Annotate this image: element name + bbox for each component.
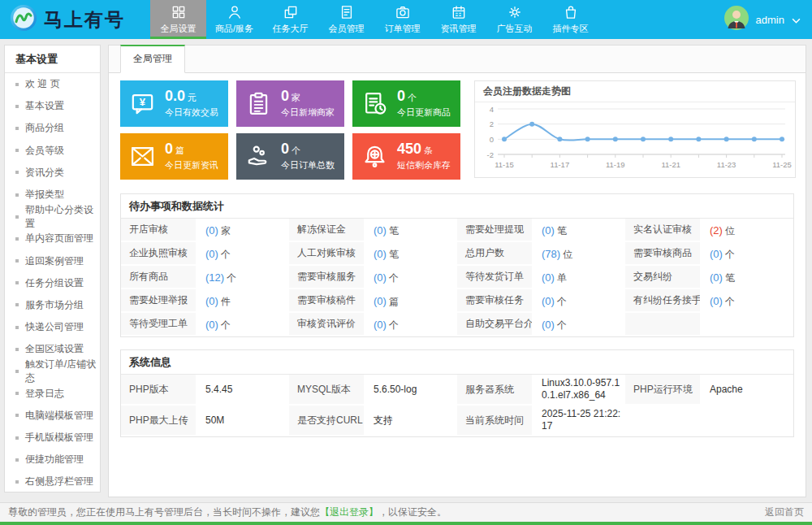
back-home-link[interactable]: 返回首页 [765, 503, 804, 522]
logout-link[interactable]: 【退出登录】 [320, 506, 378, 518]
todo-count-link[interactable]: (0) [542, 295, 555, 307]
sidebar-item-快递公司管理[interactable]: 快递公司管理 [5, 316, 100, 338]
sidebar-item-电脑端模板管理[interactable]: 电脑端模板管理 [5, 405, 100, 427]
sidebar-item-任务分组设置[interactable]: 任务分组设置 [5, 272, 100, 294]
bullet-icon [15, 259, 19, 262]
todo-panel: 待办事项和数据统计 开店审核(0)家解冻保证金(0)笔需要处理提现(0)笔实名认… [120, 193, 794, 337]
todo-label: 需要审核商品 [625, 242, 700, 264]
stat-value: 0篇 [165, 141, 218, 158]
user-menu[interactable]: admin [724, 0, 801, 39]
nav-item-资讯管理[interactable]: 资讯管理 [430, 0, 486, 39]
stat-value: 0个 [397, 89, 451, 105]
todo-count-link[interactable]: (0) [710, 295, 723, 307]
nav-item-广告互动[interactable]: 广告互动 [486, 0, 542, 39]
document-icon [339, 4, 355, 20]
todo-count-link[interactable]: (0) [205, 248, 218, 260]
stat-card-今日订单总数[interactable]: 0个今日订单总数 [236, 133, 344, 180]
nav-item-订单管理[interactable]: 订单管理 [374, 0, 430, 39]
stat-label: 今日更新资讯 [165, 159, 218, 171]
todo-count-link[interactable]: (0) [374, 319, 387, 331]
bullet-icon [15, 480, 19, 484]
app-logo[interactable]: 马上有号 [0, 4, 125, 35]
sidebar-header: 基本设置 [5, 46, 100, 73]
sidebar-item-基本设置[interactable]: 基本设置 [5, 95, 100, 117]
todo-count-link[interactable]: (0) [205, 319, 218, 331]
sidebar-item-单内容页面管理[interactable]: 单内容页面管理 [5, 228, 100, 249]
todo-count-link[interactable]: (0) [542, 271, 555, 284]
sidebar-item-右侧悬浮栏管理[interactable]: 右侧悬浮栏管理 [5, 471, 100, 492]
todo-row: 企业执照审核(0)个人工对账审核(0)笔总用户数(78)位需要审核商品(0)个 [121, 242, 793, 266]
sidebar-item-服务市场分组[interactable]: 服务市场分组 [5, 294, 100, 316]
nav-item-插件专区[interactable]: 插件专区 [542, 0, 598, 39]
tab-global-management[interactable]: 全局管理 [120, 45, 185, 73]
todo-value: (0)笔 [364, 219, 457, 241]
sidebar-item-追回案例管理[interactable]: 追回案例管理 [5, 250, 100, 272]
todo-count-link[interactable]: (0) [710, 248, 723, 260]
sidebar-item-label: 任务分组设置 [25, 276, 84, 290]
todo-value: (78)位 [532, 242, 625, 264]
todo-count-link[interactable]: (0) [542, 224, 555, 236]
sidebar-item-label: 便捷功能管理 [25, 453, 84, 466]
stat-value: 0个 [281, 141, 335, 158]
footer-message-tail: ，以保证安全。 [378, 506, 447, 518]
todo-value: (0)件 [196, 289, 289, 311]
stat-card-今日更新商品[interactable]: 0个今日更新商品 [352, 80, 460, 127]
sidebar-item-label: 单内容页面管理 [25, 232, 93, 245]
nav-item-全局设置[interactable]: 全局设置 [150, 0, 206, 39]
sysinfo-empty-cell [625, 406, 700, 435]
todo-count-link[interactable]: (0) [205, 295, 218, 307]
svg-text:0: 0 [490, 135, 494, 144]
sysinfo-label: 服务器系统 [457, 375, 532, 404]
sysinfo-label: PHP运行环境 [625, 375, 700, 404]
todo-unit: 个 [227, 272, 236, 284]
todo-count-link[interactable]: (0) [710, 271, 723, 284]
svg-text:11-21: 11-21 [661, 160, 680, 169]
nav-item-label: 广告互动 [497, 23, 533, 35]
nav-item-商品/服务[interactable]: 商品/服务 [206, 0, 262, 39]
stat-card-今日有效交易[interactable]: ¥0.0元今日有效交易 [120, 80, 228, 127]
nav-item-label: 会员管理 [329, 23, 365, 35]
todo-count-link[interactable]: (2) [710, 224, 723, 236]
sysinfo-panel-title: 系统信息 [121, 350, 793, 375]
sidebar-item-欢迎页[interactable]: 欢 迎 页 [5, 73, 100, 95]
todo-count-link[interactable]: (0) [374, 224, 387, 236]
todo-unit: 件 [221, 296, 231, 307]
todo-unit: 个 [389, 272, 399, 284]
sidebar-item-登录日志[interactable]: 登录日志 [5, 383, 100, 405]
sidebar-item-帮助中心分类设置[interactable]: 帮助中心分类设置 [5, 206, 100, 228]
todo-unit: 位 [563, 249, 572, 260]
todo-row: 开店审核(0)家解冻保证金(0)笔需要处理提现(0)笔实名认证审核(2)位 [121, 219, 793, 242]
sidebar-item-手机版模板管理[interactable]: 手机版模板管理 [5, 427, 100, 449]
nav-item-任务大厅[interactable]: 任务大厅 [262, 0, 318, 39]
envelope-icon [129, 143, 156, 170]
stat-card-今日新增商家[interactable]: 0家今日新增商家 [236, 80, 344, 127]
todo-count-link[interactable]: (0) [205, 224, 218, 236]
todo-count-link[interactable]: (0) [374, 248, 387, 260]
todo-count-link[interactable]: (0) [542, 319, 555, 331]
bullet-icon [15, 326, 19, 329]
sidebar-item-便捷功能管理[interactable]: 便捷功能管理 [5, 449, 100, 471]
sidebar-item-label: 右侧悬浮栏管理 [25, 475, 93, 488]
line-chart: 420-211-1511-1711-1911-2111-2311-25 [475, 102, 795, 179]
sysinfo-row: PHP版本5.4.45MYSQL版本5.6.50-log服务器系统Linux3.… [121, 375, 793, 406]
stat-label: 今日有效交易 [165, 106, 218, 119]
bullet-icon [15, 348, 19, 351]
sidebar-item-label: 帮助中心分类设置 [25, 203, 100, 231]
todo-count-link[interactable]: (12) [205, 271, 224, 284]
todo-empty-cell [700, 313, 793, 335]
svg-text:11-19: 11-19 [606, 160, 625, 169]
sidebar-item-资讯分类[interactable]: 资讯分类 [5, 162, 100, 184]
footer: 返回首页 尊敬的管理员，您正在使用马上有号管理后台，当长时间不操作，建议您【退出… [0, 502, 812, 522]
todo-value: (0)单 [532, 266, 625, 288]
sidebar-item-触发订单/店铺状态[interactable]: 触发订单/店铺状态 [5, 360, 100, 382]
stat-card-短信剩余库存[interactable]: 450条短信剩余库存 [352, 133, 460, 180]
stat-card-今日更新资讯[interactable]: 0篇今日更新资讯 [120, 133, 228, 180]
nav-item-label: 插件专区 [553, 23, 589, 35]
todo-count-link[interactable]: (0) [374, 271, 387, 284]
todo-count-link[interactable]: (78) [542, 248, 560, 260]
todo-value: (0)家 [196, 219, 289, 241]
sidebar-item-会员等级[interactable]: 会员等级 [5, 140, 100, 162]
sidebar-item-商品分组[interactable]: 商品分组 [5, 117, 100, 139]
todo-count-link[interactable]: (0) [374, 295, 387, 307]
nav-item-会员管理[interactable]: 会员管理 [318, 0, 374, 39]
